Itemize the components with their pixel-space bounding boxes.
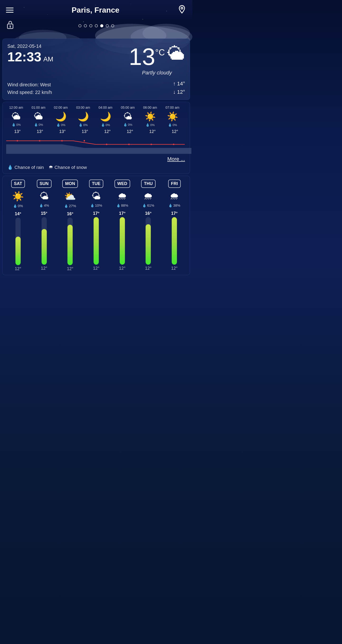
svg-point-6 bbox=[181, 7, 183, 9]
day-icon-tue: 🌤 bbox=[91, 191, 101, 202]
svg-point-10 bbox=[17, 140, 18, 142]
temp-graph-svg bbox=[6, 135, 191, 154]
temp-high: ↑ 14° bbox=[173, 80, 185, 88]
day-tue: TUE 🌤 💧 10% 17° 12° bbox=[83, 180, 109, 271]
day-columns: SAT ☀️ 💧 0% 14° 12° SUN 🌤 💧 4% 15° bbox=[5, 180, 187, 271]
day-badge-sun: SUN bbox=[37, 180, 51, 188]
day-rain-wed: 💧 88% bbox=[116, 203, 128, 207]
hour-rain: 💧 0% bbox=[12, 123, 21, 126]
day-badge-mon: MON bbox=[62, 180, 78, 188]
current-weather-card: Sat, 2022-05-14 12:33 AM 13°C 🌥 bbox=[2, 38, 190, 100]
hour-icon: 🌥 bbox=[12, 111, 21, 122]
svg-point-13 bbox=[84, 140, 85, 142]
day-temp-low-tue: 12° bbox=[93, 266, 99, 271]
legend-row: 💧 Chance of rain 🌨 Chance of snow bbox=[5, 164, 187, 171]
hourly-forecast-section: 12:00 am 🌥 💧 0% 01:00 am 🌥 💧 0% 02:00 am… bbox=[2, 102, 190, 174]
day-bar-sun bbox=[41, 217, 47, 265]
hour-item-5: 05:00 am 🌤 💧 0% bbox=[117, 106, 139, 128]
app-header: Paris, France bbox=[0, 0, 192, 19]
dot-5-active[interactable] bbox=[100, 24, 103, 27]
day-rain-sat: 💧 0% bbox=[13, 204, 23, 208]
dot-7[interactable] bbox=[111, 24, 114, 27]
temp-graph-label-2: 13° bbox=[51, 129, 74, 134]
weather-icon-large: 🌥 bbox=[167, 45, 185, 62]
wind-direction: Wind direction: West bbox=[7, 81, 52, 88]
day-temp-low-thu: 12° bbox=[145, 266, 152, 271]
day-bar-sat bbox=[15, 218, 21, 265]
svg-point-16 bbox=[151, 144, 152, 145]
day-temp-low-sat: 12° bbox=[15, 266, 21, 271]
day-wed: WED 🌧 💧 88% 17° 12° bbox=[109, 180, 135, 271]
temp-graph-label-0: 13° bbox=[6, 129, 28, 134]
snow-legend: 🌨 Chance of snow bbox=[49, 164, 87, 170]
dot-2[interactable] bbox=[84, 24, 87, 27]
wind-speed: Wind speed: 22 km/h bbox=[7, 88, 52, 96]
day-icon-mon: ⛅ bbox=[64, 191, 76, 202]
dot-6[interactable] bbox=[106, 24, 109, 27]
day-badge-fri: FRI bbox=[168, 180, 181, 188]
temp-graph-label-7: 12° bbox=[164, 129, 186, 134]
day-rain-fri: 💧 38% bbox=[169, 203, 180, 207]
day-sun: SUN 🌤 💧 4% 15° 12° bbox=[31, 180, 57, 271]
hour-label: 12:00 am bbox=[9, 106, 23, 110]
day-badge-thu: THU bbox=[141, 180, 156, 188]
day-mon: MON ⛅ 💧 27% 16° 12° bbox=[57, 180, 83, 271]
day-temp-high-mon: 16° bbox=[67, 212, 73, 216]
more-button[interactable]: More ... bbox=[167, 156, 185, 162]
dot-4[interactable] bbox=[95, 24, 98, 27]
main-temperature: 13°C bbox=[129, 45, 165, 68]
day-temp-high-sat: 14° bbox=[15, 212, 21, 216]
hour-item-4: 04:00 am 🌙 💧 0% bbox=[94, 106, 117, 128]
page-dots bbox=[78, 24, 114, 27]
dot-1[interactable] bbox=[78, 24, 81, 27]
dot-3[interactable] bbox=[89, 24, 92, 27]
day-bar-fri bbox=[172, 217, 177, 265]
current-date: Sat, 2022-05-14 bbox=[7, 44, 129, 49]
svg-point-14 bbox=[106, 144, 107, 145]
day-temp-high-sun: 15° bbox=[41, 211, 47, 216]
day-temp-high-fri: 17° bbox=[171, 211, 178, 216]
day-sat: SAT ☀️ 💧 0% 14° 12° bbox=[5, 180, 31, 271]
day-rain-tue: 💧 10% bbox=[90, 203, 102, 207]
svg-point-11 bbox=[39, 140, 40, 142]
temp-graph: 13° 13° 13° 13° 12° 12° 12° 12° bbox=[5, 129, 187, 155]
weekly-forecast-section: SAT ☀️ 💧 0% 14° 12° SUN 🌤 💧 4% 15° bbox=[2, 176, 190, 275]
day-bar-tue bbox=[94, 217, 99, 265]
day-temp-low-mon: 12° bbox=[67, 266, 73, 271]
day-rain-thu: 💧 61% bbox=[142, 203, 154, 207]
day-badge-sat: SAT bbox=[11, 180, 25, 188]
weather-condition: Partly cloudy bbox=[142, 70, 172, 76]
temp-low: ↓ 12° bbox=[173, 88, 185, 96]
rain-legend: 💧 Chance of rain bbox=[7, 164, 44, 170]
day-temp-high-tue: 17° bbox=[93, 211, 99, 216]
day-icon-thu: 🌧 bbox=[144, 191, 153, 202]
svg-point-17 bbox=[173, 144, 174, 145]
day-bar-mon bbox=[67, 218, 73, 265]
day-rain-mon: 💧 27% bbox=[64, 204, 76, 208]
day-icon-sat: ☀️ bbox=[12, 191, 24, 202]
city-title: Paris, France bbox=[72, 6, 120, 14]
hour-item-1: 01:00 am 🌥 💧 0% bbox=[27, 106, 50, 128]
day-rain-sun: 💧 4% bbox=[39, 203, 49, 207]
hour-item-6: 06:00 am ☀️ 💧 0% bbox=[139, 106, 161, 128]
location-icon[interactable] bbox=[177, 5, 186, 16]
svg-point-8 bbox=[9, 26, 11, 27]
hamburger-button[interactable] bbox=[6, 8, 13, 12]
indicator-row bbox=[0, 19, 192, 36]
day-icon-wed: 🌧 bbox=[118, 191, 127, 202]
hour-item-3: 03:00 am 🌙 💧 0% bbox=[72, 106, 94, 128]
temp-graph-label-5: 12° bbox=[119, 129, 141, 134]
temp-graph-label-3: 13° bbox=[74, 129, 96, 134]
more-row: More ... bbox=[5, 155, 187, 164]
svg-point-12 bbox=[61, 140, 63, 142]
day-badge-wed: WED bbox=[115, 180, 130, 188]
time-ampm: AM bbox=[43, 56, 53, 63]
hour-item-0: 12:00 am 🌥 💧 0% bbox=[5, 106, 27, 128]
day-bar-wed bbox=[120, 217, 125, 265]
day-bar-thu bbox=[146, 217, 151, 265]
temp-graph-label-6: 12° bbox=[141, 129, 164, 134]
current-time: 12:33 bbox=[7, 50, 41, 64]
lock-icon bbox=[6, 20, 14, 32]
day-temp-high-thu: 16° bbox=[145, 211, 152, 216]
svg-point-15 bbox=[128, 144, 130, 145]
